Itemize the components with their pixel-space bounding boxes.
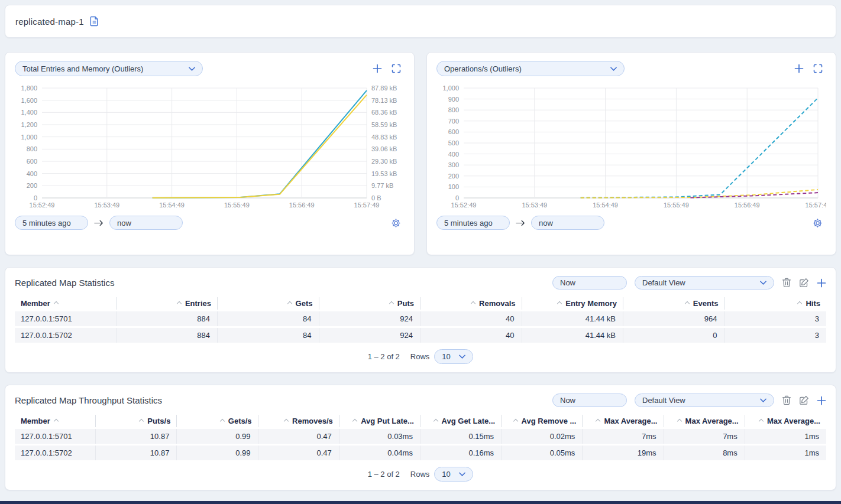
expand-icon <box>813 64 823 73</box>
cell-avg-get-latency: 0.16ms <box>420 446 502 460</box>
svg-text:15:55:49: 15:55:49 <box>224 201 250 209</box>
delete-view-button[interactable] <box>782 278 791 288</box>
column-header-member[interactable]: Member <box>15 297 117 310</box>
column-header-events[interactable]: Events <box>623 297 725 310</box>
add-chart-button[interactable] <box>373 64 382 73</box>
time-from-input[interactable]: 5 minutes ago <box>436 216 510 230</box>
fullscreen-button[interactable] <box>392 64 401 73</box>
cell-entry-memory: 41.44 kB <box>522 328 624 343</box>
plus-icon <box>817 278 826 288</box>
sort-icon <box>139 418 144 423</box>
chart-settings-button[interactable] <box>391 218 401 228</box>
column-header-removes-per-s[interactable]: Removes/s <box>258 415 339 427</box>
map-config-button[interactable] <box>90 16 99 27</box>
cell-avg-get-latency: 0.15ms <box>420 429 502 444</box>
sort-icon <box>596 418 600 423</box>
replicated-map-statistics-table: Member Entries Gets Puts Removals Entry … <box>15 295 826 344</box>
entries-memory-chart: 00 B2009.77 kB40019.53 kB60029.30 kB8003… <box>15 83 405 211</box>
metric-select-value: Total Entries and Memory (Outliers) <box>22 64 143 73</box>
column-header-avg-put-latency[interactable]: Avg Put Late... <box>339 415 420 427</box>
column-header-gets[interactable]: Gets <box>218 297 319 310</box>
table-controls: Now Default View <box>552 276 826 290</box>
view-select[interactable]: Default View <box>635 394 774 407</box>
cell-removes-per-s: 0.47 <box>258 429 339 444</box>
table-row[interactable]: 127.0.0.1:5701 884 84 924 40 41.44 kB 96… <box>15 311 826 326</box>
sort-icon <box>471 301 476 305</box>
svg-text:0: 0 <box>34 194 37 201</box>
column-header-max-average-3[interactable]: Max Average... <box>745 415 826 427</box>
column-header-member[interactable]: Member <box>15 415 96 427</box>
column-header-puts[interactable]: Puts <box>319 297 421 310</box>
table-title: Replicated Map Throughput Statistics <box>15 395 162 405</box>
edit-view-button[interactable] <box>799 278 809 288</box>
column-header-max-average-1[interactable]: Max Average... <box>583 415 664 427</box>
table-header-row: Member Entries Gets Puts Removals Entry … <box>15 297 826 310</box>
chevron-down-icon <box>610 67 617 71</box>
cell-max-average-2: 7ms <box>664 429 745 444</box>
cell-puts-per-s: 10.87 <box>96 446 177 460</box>
cell-entry-memory: 41.44 kB <box>522 311 624 326</box>
cell-entries: 884 <box>117 328 218 343</box>
cell-events: 964 <box>623 311 725 326</box>
chart-header: Operations/s (Outliers) <box>436 61 826 76</box>
sort-icon <box>352 418 357 423</box>
svg-text:15:53:49: 15:53:49 <box>522 201 547 209</box>
table-row[interactable]: 127.0.0.1:5702 884 84 924 40 41.44 kB 0 … <box>15 328 826 343</box>
column-header-hits[interactable]: Hits <box>725 297 827 310</box>
chart-footer: 5 minutes ago now <box>15 216 405 230</box>
view-select[interactable]: Default View <box>635 276 774 290</box>
trash-icon <box>782 278 791 288</box>
svg-text:29.30 kB: 29.30 kB <box>371 158 397 165</box>
time-from-input[interactable]: 5 minutes ago <box>15 216 88 230</box>
sort-icon <box>797 301 802 305</box>
plus-icon <box>373 64 382 73</box>
svg-text:15:57:49: 15:57:49 <box>806 201 826 209</box>
rows-per-page-select[interactable]: 10 <box>434 467 473 482</box>
column-header-gets-per-s[interactable]: Gets/s <box>177 415 258 427</box>
column-header-avg-get-latency[interactable]: Avg Get Late... <box>420 415 502 427</box>
metric-select-operations[interactable]: Operations/s (Outliers) <box>436 61 625 76</box>
rows-per-page-value: 10 <box>442 352 450 361</box>
svg-text:600: 600 <box>27 158 37 165</box>
add-chart-button[interactable] <box>794 64 804 73</box>
time-to-input[interactable]: now <box>531 216 604 230</box>
svg-text:0 B: 0 B <box>371 194 381 201</box>
gear-icon <box>813 218 823 228</box>
time-selector-input[interactable]: Now <box>552 276 627 290</box>
sort-icon <box>287 301 292 305</box>
column-header-max-average-2[interactable]: Max Average... <box>664 415 745 427</box>
delete-view-button[interactable] <box>782 395 791 405</box>
svg-text:15:57:49: 15:57:49 <box>354 201 380 209</box>
column-header-avg-remove-latency[interactable]: Avg Remove ... <box>502 415 583 427</box>
pagination: 1 – 2 of 2 Rows 10 <box>15 467 826 485</box>
arrow-right-icon <box>94 220 103 226</box>
expand-icon <box>392 64 401 73</box>
column-header-entry-memory[interactable]: Entry Memory <box>522 297 624 310</box>
cell-avg-put-latency: 0.03ms <box>339 429 420 444</box>
chart-panel-operations: Operations/s (Outliers) 0100200300400500… <box>426 52 836 255</box>
chart-settings-button[interactable] <box>813 218 823 228</box>
edit-view-button[interactable] <box>799 395 809 405</box>
cell-max-average-1: 7ms <box>583 429 664 444</box>
column-header-removals[interactable]: Removals <box>420 297 522 310</box>
svg-text:9.77 kB: 9.77 kB <box>371 182 393 189</box>
table-row[interactable]: 127.0.0.1:5702 10.87 0.99 0.47 0.04ms 0.… <box>15 446 826 460</box>
cell-removes-per-s: 0.47 <box>258 446 339 460</box>
table-row[interactable]: 127.0.0.1:5701 10.87 0.99 0.47 0.03ms 0.… <box>15 429 826 444</box>
add-view-button[interactable] <box>817 278 826 288</box>
column-header-entries[interactable]: Entries <box>117 297 218 310</box>
svg-text:15:54:49: 15:54:49 <box>593 201 618 209</box>
cell-member: 127.0.0.1:5702 <box>15 328 117 343</box>
sort-icon <box>54 418 59 423</box>
pagination-range: 1 – 2 of 2 <box>368 470 400 479</box>
table-controls: Now Default View <box>552 394 826 407</box>
rows-per-page-select[interactable]: 10 <box>434 349 473 364</box>
view-select-value: Default View <box>642 278 685 287</box>
column-header-puts-per-s[interactable]: Puts/s <box>96 415 177 427</box>
time-selector-input[interactable]: Now <box>552 394 627 407</box>
add-view-button[interactable] <box>817 396 826 405</box>
metric-select-entries-memory[interactable]: Total Entries and Memory (Outliers) <box>15 61 203 76</box>
time-to-input[interactable]: now <box>109 216 183 230</box>
pagination: 1 – 2 of 2 Rows 10 <box>15 349 826 368</box>
fullscreen-button[interactable] <box>813 64 823 73</box>
